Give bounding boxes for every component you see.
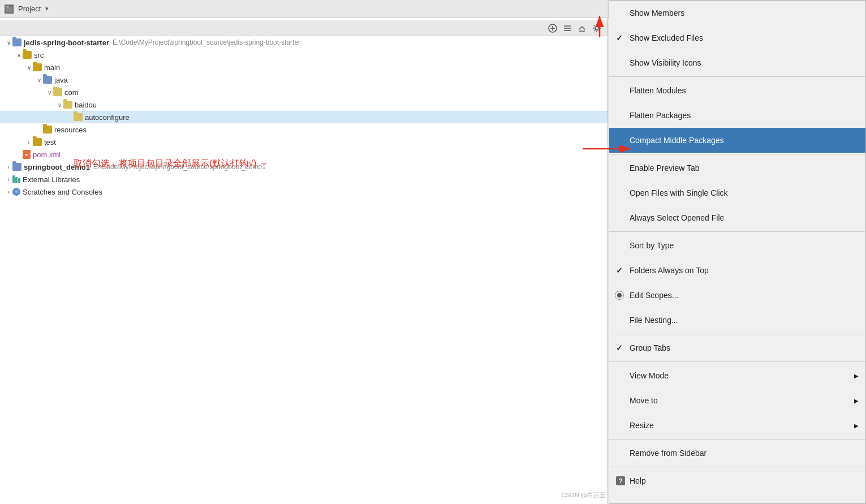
check-show-excluded-files: ✓ [616, 33, 623, 42]
file-tree-toolbar [0, 20, 608, 36]
item-label-baidou: baidou [75, 101, 97, 109]
item-label-java: java [54, 76, 68, 84]
menu-label-enable-preview-tab: Enable Preview Tab [630, 163, 699, 173]
menu-item-open-files-single-click[interactable]: Open Files with Single Click [609, 180, 865, 205]
arrow-baidou[interactable]: ∨ [55, 102, 63, 108]
arrow-com[interactable]: ∨ [45, 89, 53, 96]
menu-separator-4 [609, 334, 865, 334]
project-icon [5, 5, 14, 14]
menu-item-compact-middle-packages[interactable]: Compact Middle Packages [609, 128, 865, 153]
annotation-text: 取消勾选，将项目包目录全部展示(默认打钩√) → [74, 158, 268, 170]
ide-container: Project ▾ [0, 0, 866, 504]
arrow-java[interactable]: ∨ [35, 77, 43, 83]
menu-item-flatten-modules[interactable]: Flatten Modules [609, 78, 865, 103]
menu-label-resize: Resize [630, 421, 654, 430]
menu-item-sort-by-type[interactable]: Sort by Type [609, 233, 865, 258]
menu-label-compact-middle-packages: Compact Middle Packages [630, 136, 724, 145]
item-path-jedis: E:\Code\MyProject\springboot_source\jedi… [113, 38, 300, 46]
menu-separator-6 [609, 439, 865, 440]
menu-item-resize[interactable]: Resize [609, 413, 865, 438]
menu-item-enable-preview-tab[interactable]: Enable Preview Tab [609, 156, 865, 180]
settings-gear-button[interactable] [591, 22, 603, 35]
item-label-com: com [64, 88, 79, 97]
tree-item-scratches[interactable]: › Scratches and Consoles [0, 186, 608, 198]
menu-label-remove-from-sidebar: Remove from Sidebar [630, 449, 706, 458]
menu-separator-7 [609, 467, 865, 467]
item-label-scratches: Scratches and Consoles [23, 188, 102, 196]
tree-item-main[interactable]: ∨ main [0, 61, 608, 74]
menu-item-edit-scopes[interactable]: Edit Scopes... [609, 283, 865, 308]
help-question-icon: ? [616, 476, 625, 485]
add-content-root-button[interactable] [546, 22, 559, 35]
menu-item-file-nesting[interactable]: File Nesting... [609, 308, 865, 333]
tree-item-src[interactable]: ∨ src [0, 49, 608, 61]
svg-rect-0 [6, 7, 12, 12]
expand-all-button[interactable] [576, 22, 588, 35]
menu-separator-2 [609, 154, 865, 154]
menu-label-sort-by-type: Sort by Type [630, 241, 674, 250]
folder-icon-springboot-demo1 [12, 163, 21, 171]
menu-item-view-mode[interactable]: View Mode [609, 363, 865, 388]
menu-separator-3 [609, 231, 865, 232]
menu-label-group-tabs: Group Tabs [630, 343, 670, 352]
menu-item-group-tabs[interactable]: ✓ Group Tabs [609, 335, 865, 360]
settings-dropdown-menu: Show Members ✓ Show Excluded Files Show … [609, 18, 866, 504]
item-label-main: main [44, 63, 60, 72]
svg-point-10 [15, 191, 18, 193]
menu-separator-1 [609, 76, 865, 77]
tree-item-ext-libs[interactable]: › External Libraries [0, 173, 608, 186]
menu-label-show-visibility-icons: Show Visibility Icons [630, 58, 701, 67]
item-label-src: src [34, 51, 44, 59]
item-label-resources: resources [54, 126, 87, 134]
collapse-all-button[interactable] [561, 22, 574, 35]
menu-item-show-visibility-icons[interactable]: Show Visibility Icons [609, 50, 865, 75]
menu-item-show-members[interactable]: Show Members [609, 18, 865, 25]
svg-rect-1 [6, 6, 9, 7]
folder-icon-main [33, 63, 42, 71]
menu-item-show-excluded-files[interactable]: ✓ Show Excluded Files [609, 25, 865, 50]
folder-icon-autoconfigure [74, 113, 83, 121]
arrow-scratches[interactable]: › [5, 189, 12, 195]
folder-icon-resources [43, 126, 52, 133]
arrow-test[interactable]: › [25, 139, 33, 145]
folder-icon-jedis [12, 38, 21, 46]
tree-item-resources[interactable]: resources [0, 123, 608, 136]
menu-label-show-excluded-files: Show Excluded Files [630, 33, 703, 42]
item-label-jedis: jedis-spring-boot-starter [24, 38, 109, 47]
menu-item-flatten-packages[interactable]: Flatten Packages [609, 103, 865, 128]
watermark: CSDN @白百五 [562, 491, 606, 499]
check-folders-always-on-top: ✓ [616, 266, 623, 275]
check-group-tabs: ✓ [616, 343, 623, 352]
arrow-src[interactable]: ∨ [15, 52, 23, 58]
tree-item-jedis[interactable]: ∨ jedis-spring-boot-starter E:\Code\MyPr… [0, 36, 608, 49]
arrow-jedis[interactable]: ∨ [5, 40, 12, 46]
item-label-test: test [44, 138, 56, 147]
menu-item-help[interactable]: ? Help [609, 468, 865, 493]
tree-item-baidou[interactable]: ∨ baidou [0, 98, 608, 111]
arrow-main[interactable]: ∨ [25, 64, 33, 71]
radio-edit-scopes [615, 291, 624, 300]
tree-item-com[interactable]: ∨ com [0, 86, 608, 98]
menu-label-edit-scopes: Edit Scopes... [630, 291, 678, 300]
file-tree-panel: ∨ jedis-spring-boot-starter E:\Code\MyPr… [0, 18, 608, 504]
panel-arrow[interactable]: ▾ [45, 5, 49, 12]
tree-item-test[interactable]: › test [0, 136, 608, 148]
scratches-icon [12, 188, 20, 196]
folder-icon-test [33, 138, 42, 146]
libs-icon [12, 175, 20, 183]
menu-label-always-select-opened-file: Always Select Opened File [630, 213, 724, 222]
arrow-ext-libs[interactable]: › [5, 176, 12, 183]
content-area: ∨ jedis-spring-boot-starter E:\Code\MyPr… [0, 18, 866, 504]
tree-item-java[interactable]: ∨ java [0, 74, 608, 86]
menu-label-move-to: Move to [630, 396, 658, 405]
menu-item-folders-always-on-top[interactable]: ✓ Folders Always on Top [609, 258, 865, 283]
tree-item-autoconfigure[interactable]: autoconfigure [0, 111, 608, 123]
menu-separator-5 [609, 361, 865, 362]
menu-item-always-select-opened-file[interactable]: Always Select Opened File [609, 205, 865, 230]
menu-item-move-to[interactable]: Move to [609, 388, 865, 413]
arrow-springboot-demo1[interactable]: › [5, 164, 12, 170]
menu-label-help: Help [630, 476, 646, 485]
menu-item-remove-from-sidebar[interactable]: Remove from Sidebar [609, 441, 865, 466]
item-label-autoconfigure: autoconfigure [85, 113, 130, 122]
menu-label-view-mode: View Mode [630, 371, 669, 380]
